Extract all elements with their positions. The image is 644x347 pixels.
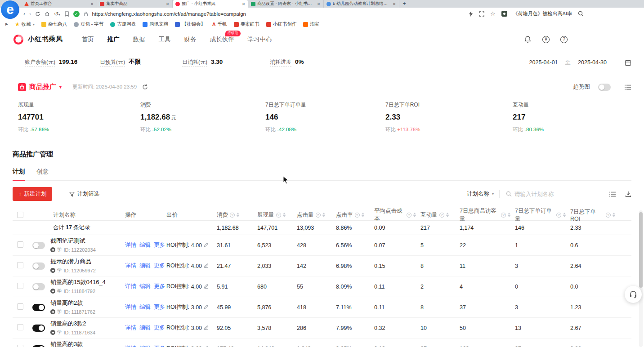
column-header[interactable]: 点击率? — [331, 211, 370, 219]
sort-icon[interactable] — [362, 213, 364, 217]
edit-pencil-icon[interactable] — [204, 346, 209, 347]
plan-name[interactable]: 截图笔记测试 — [50, 237, 96, 245]
op-link-编辑[interactable]: 编辑 — [139, 283, 151, 290]
plan-name[interactable]: 提示的潜力商品 — [50, 258, 96, 265]
bookmark-item[interactable]: 古厦网盘 — [110, 21, 136, 27]
browser-logo[interactable]: e — [1, 0, 19, 19]
edit-pencil-icon[interactable] — [204, 263, 209, 269]
chevron-down-icon[interactable]: ▼ — [58, 85, 63, 89]
reload-icon[interactable] — [35, 11, 40, 17]
bookmark-item[interactable]: 淘宝 — [303, 21, 319, 27]
op-link-详情[interactable]: 详情 — [125, 283, 136, 290]
sort-icon[interactable] — [322, 213, 325, 217]
bookmark-item[interactable]: 豆包 - 字节 — [74, 21, 103, 27]
refresh-icon[interactable] — [142, 84, 148, 90]
search-icon[interactable] — [578, 11, 584, 17]
manage-tab-计划[interactable]: 计划 — [13, 168, 25, 180]
back-icon[interactable]: ‹ — [23, 11, 25, 17]
help-icon[interactable]: ? — [560, 36, 568, 43]
header-checkbox[interactable] — [17, 212, 23, 218]
edit-pencil-icon[interactable] — [204, 284, 209, 290]
edit-pencil-icon[interactable] — [204, 325, 209, 331]
tab-close-icon[interactable]: ✕ — [165, 2, 170, 6]
row-checkbox[interactable] — [17, 283, 23, 289]
new-tab-button[interactable]: + — [399, 0, 409, 8]
nav-item-学习中心[interactable]: 学习中心 — [248, 36, 272, 44]
op-link-编辑[interactable]: 编辑 — [139, 303, 151, 311]
bell-icon[interactable] — [524, 36, 532, 43]
plan-enable-toggle[interactable] — [32, 283, 45, 290]
date-start[interactable]: 2025-04-01 — [529, 59, 558, 66]
nav-item-工具[interactable]: 工具 — [159, 36, 171, 44]
column-header[interactable]: 消费? — [212, 211, 253, 219]
column-config-icon[interactable] — [609, 191, 616, 197]
plan-enable-toggle[interactable] — [32, 242, 45, 249]
row-checkbox[interactable] — [17, 262, 23, 268]
column-header[interactable]: 点击量? — [292, 211, 331, 219]
bookmark-item[interactable]: 要案红书 — [234, 21, 259, 27]
date-end[interactable]: 2025-04-30 — [578, 59, 607, 66]
scrollbar-thumb[interactable] — [639, 212, 643, 288]
plan-name[interactable]: 销量高的15款0416_4 — [50, 279, 106, 286]
info-icon[interactable]: ? — [276, 213, 281, 218]
new-plan-button[interactable]: + 新建计划 — [13, 187, 52, 201]
op-link-详情[interactable]: 详情 — [125, 303, 136, 311]
bookmark-item[interactable]: A千帆 — [212, 21, 227, 27]
edit-pencil-icon[interactable] — [204, 304, 209, 311]
customer-service-button[interactable] — [625, 286, 642, 303]
op-link-编辑[interactable]: 编辑 — [139, 345, 151, 347]
bookmark-item[interactable]: 小红书创作 — [266, 21, 297, 27]
info-icon[interactable]: ? — [407, 213, 411, 218]
home-icon[interactable] — [45, 11, 50, 17]
favorite-star-icon[interactable]: ☆ — [490, 11, 496, 17]
column-header[interactable]: 7日总下单ROI? — [566, 208, 615, 222]
info-icon[interactable]: ? — [606, 213, 611, 218]
op-link-详情[interactable]: 详情 — [125, 345, 136, 347]
tab-close-icon[interactable]: ✕ — [242, 2, 246, 6]
browser-tab[interactable]: b 幼儿园劳动教育计划总结方案…✕ — [324, 0, 399, 8]
ai-detect-icon[interactable] — [501, 11, 507, 17]
lightning-icon[interactable] — [469, 11, 473, 17]
sidebar-toggle-icon[interactable]: ▶ — [5, 22, 8, 26]
plan-name[interactable]: 销量高的2款 — [50, 299, 95, 307]
row-checkbox[interactable] — [17, 241, 23, 248]
nav-item-首页[interactable]: 首页 — [82, 36, 94, 44]
bookmark-item[interactable]: 【壮锦会】 — [175, 21, 206, 27]
row-checkbox[interactable] — [17, 345, 23, 347]
bookmark-pages-icon[interactable] — [64, 11, 69, 17]
download-icon[interactable] — [625, 191, 631, 197]
date-range[interactable]: 2025-04-01 至 2025-04-30 — [529, 59, 631, 67]
info-icon[interactable]: ? — [355, 213, 360, 218]
browser-tab[interactable]: 商品设置 - 阿奇索 · 小红书自动…✕ — [248, 0, 324, 8]
sort-icon[interactable] — [237, 213, 239, 217]
browser-tab[interactable]: 集卖中商品✕ — [97, 0, 173, 8]
tab-close-icon[interactable]: ✕ — [392, 2, 396, 6]
edit-pencil-icon[interactable] — [204, 242, 209, 249]
url-text[interactable]: https://chengfeng.xiaohongshu.com/cf/ad/… — [92, 11, 463, 17]
column-header[interactable]: 平均点击成本? — [370, 207, 416, 222]
op-link-编辑[interactable]: 编辑 — [139, 324, 151, 332]
sort-icon[interactable] — [283, 213, 286, 217]
browser-tab[interactable]: 首页工作台✕ — [22, 0, 97, 8]
op-link-编辑[interactable]: 编辑 — [139, 241, 151, 249]
nav-item-数据[interactable]: 数据 — [133, 36, 145, 44]
plan-enable-toggle[interactable] — [32, 345, 45, 347]
info-icon[interactable]: ? — [439, 213, 444, 218]
undo-icon[interactable]: ↺▾ — [54, 11, 60, 17]
browser-tab[interactable]: 推广 - 小红书乘风✕ — [173, 0, 248, 8]
plan-name[interactable]: 销量高的3款 — [50, 341, 95, 347]
op-link-详情[interactable]: 详情 — [125, 241, 136, 249]
info-icon[interactable]: ? — [316, 213, 321, 218]
brand[interactable]: 小红书乘风 — [13, 34, 63, 45]
op-link-编辑[interactable]: 编辑 — [139, 262, 151, 270]
column-header[interactable]: 7日总商品访客量? — [455, 207, 510, 222]
op-link-详情[interactable]: 详情 — [125, 262, 136, 270]
plan-search-input[interactable] — [514, 191, 582, 197]
sort-icon[interactable] — [613, 213, 615, 217]
bookmark-item[interactable]: 腾讯文档 — [143, 21, 168, 27]
metrics-config-icon[interactable] — [624, 84, 631, 90]
column-header[interactable]: 7日总下单订单量? — [510, 207, 566, 222]
vertical-scrollbar[interactable] — [639, 210, 643, 347]
info-icon[interactable]: ? — [230, 213, 235, 218]
nav-item-推广[interactable]: 推广 — [107, 36, 120, 44]
